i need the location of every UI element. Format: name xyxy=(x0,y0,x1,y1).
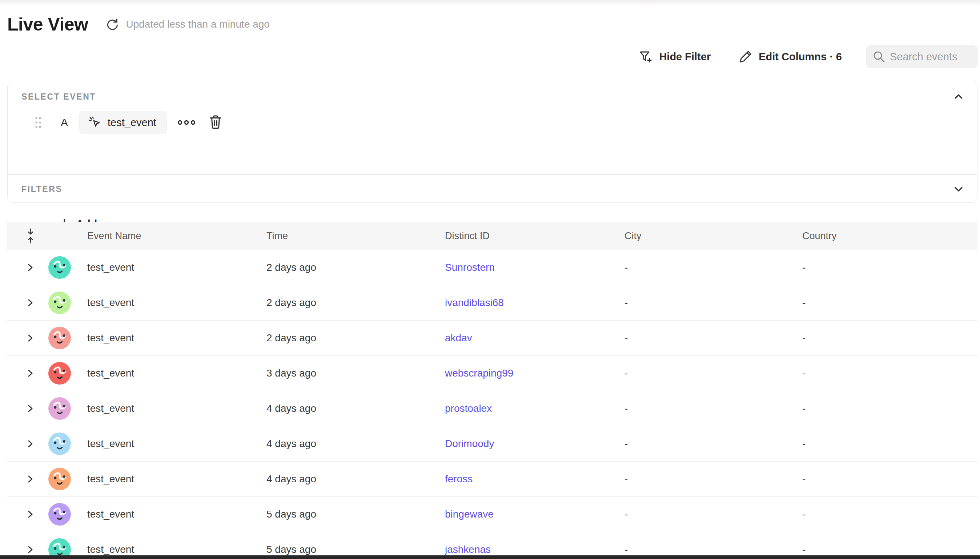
column-header-time: Time xyxy=(266,230,445,242)
table-row[interactable]: test_event 4 days ago prostoalex - - xyxy=(7,391,977,426)
row-expand-button[interactable] xyxy=(25,545,35,554)
chevron-right-icon xyxy=(25,263,35,272)
distinct-id-link[interactable]: Dorimoody xyxy=(445,438,494,449)
expand-filters-button[interactable] xyxy=(952,184,965,194)
table-row[interactable]: test_event 2 days ago ivandiblasi68 - - xyxy=(7,285,977,321)
distinct-id-link[interactable]: bingewave xyxy=(445,508,494,520)
chevron-right-icon xyxy=(25,333,35,343)
distinct-id-link[interactable]: jashkenas xyxy=(445,544,491,555)
filters-label: FILTERS xyxy=(21,184,62,194)
table-row[interactable]: test_event 4 days ago Dorimoody - - xyxy=(7,426,977,461)
updated-timestamp: Updated less than a minute ago xyxy=(126,18,269,30)
cell-city: - xyxy=(625,262,802,273)
user-avatar xyxy=(48,327,71,349)
filter-plus-icon xyxy=(638,49,653,64)
cell-time: 3 days ago xyxy=(266,367,445,379)
cell-time: 5 days ago xyxy=(266,544,445,556)
distinct-id-link[interactable]: akdav xyxy=(445,332,472,344)
table-row[interactable]: test_event 5 days ago bingewave - - xyxy=(7,497,977,532)
chevron-up-icon xyxy=(952,91,965,102)
event-select-chip[interactable]: test_event xyxy=(79,111,167,134)
cell-event-name: test_event xyxy=(87,262,266,273)
cell-event-name: test_event xyxy=(87,473,266,485)
drag-handle-icon xyxy=(34,114,43,131)
row-expand-button[interactable] xyxy=(25,369,35,378)
pencil-icon xyxy=(738,50,753,64)
distinct-id-link[interactable]: webscraping99 xyxy=(445,367,513,379)
collapse-select-event-button[interactable] xyxy=(952,91,965,102)
cell-city: - xyxy=(625,438,802,450)
refresh-button[interactable] xyxy=(105,17,121,32)
row-expand-button[interactable] xyxy=(25,439,35,448)
window-bottom-edge xyxy=(0,556,980,559)
chevron-right-icon xyxy=(25,474,35,484)
cell-country: - xyxy=(802,473,977,485)
cell-city: - xyxy=(625,403,802,414)
page-header: Live View Updated less than a minute ago xyxy=(7,14,270,35)
table-header: Event Name Time Distinct ID City Country xyxy=(7,222,977,250)
row-expand-button[interactable] xyxy=(25,474,35,484)
column-header-city: City xyxy=(625,230,802,242)
cell-time: 5 days ago xyxy=(266,508,445,520)
row-expand-button[interactable] xyxy=(25,509,35,519)
hide-filter-button[interactable]: Hide Filter xyxy=(638,49,711,64)
panel-divider xyxy=(8,174,977,175)
cell-event-name: test_event xyxy=(87,367,266,379)
column-header-event-name: Event Name xyxy=(87,230,266,242)
event-more-options-button[interactable] xyxy=(177,119,196,126)
chevron-right-icon xyxy=(25,404,35,413)
chevron-right-icon xyxy=(25,545,35,554)
cell-country: - xyxy=(802,262,977,273)
user-avatar xyxy=(48,256,71,279)
table-row[interactable]: test_event 2 days ago akdav - - xyxy=(7,321,977,356)
column-header-distinct-id: Distinct ID xyxy=(445,230,625,242)
table-row[interactable]: test_event 2 days ago Sunrostern - - xyxy=(7,250,977,285)
drag-handle[interactable] xyxy=(34,114,43,131)
cell-time: 4 days ago xyxy=(266,438,445,450)
row-expand-button[interactable] xyxy=(25,298,35,308)
table-row[interactable]: test_event 5 days ago jashkenas - - xyxy=(7,532,977,559)
cursor-click-icon xyxy=(88,115,102,130)
user-avatar xyxy=(48,397,71,420)
distinct-id-link[interactable]: prostoalex xyxy=(445,403,492,414)
search-box xyxy=(866,45,978,68)
select-event-label: SELECT EVENT xyxy=(21,92,96,102)
edit-columns-label: Edit Columns · 6 xyxy=(759,51,842,63)
cell-event-name: test_event xyxy=(87,332,266,344)
selected-event-name: test_event xyxy=(107,117,156,129)
kebab-menu-icon xyxy=(177,119,196,126)
toolbar: Hide Filter Edit Columns · 6 xyxy=(638,45,978,68)
events-table: Event Name Time Distinct ID City Country xyxy=(7,222,977,559)
cell-city: - xyxy=(625,332,802,344)
collapse-all-rows-button[interactable] xyxy=(25,228,36,244)
event-step-row: A test_event xyxy=(29,111,223,134)
table-row[interactable]: test_event 4 days ago feross - - xyxy=(7,461,977,497)
distinct-id-link[interactable]: feross xyxy=(445,473,473,485)
row-expand-button[interactable] xyxy=(25,404,35,413)
query-builder-panel: SELECT EVENT A xyxy=(7,81,977,203)
distinct-id-link[interactable]: ivandiblasi68 xyxy=(445,297,504,308)
hide-filter-label: Hide Filter xyxy=(659,51,711,63)
collapse-rows-icon xyxy=(25,228,36,244)
cell-city: - xyxy=(625,544,802,556)
cell-time: 2 days ago xyxy=(266,297,445,309)
row-expand-button[interactable] xyxy=(25,263,35,272)
user-avatar xyxy=(48,503,71,526)
cell-country: - xyxy=(802,367,977,379)
cell-time: 2 days ago xyxy=(266,262,445,273)
cell-city: - xyxy=(625,367,802,379)
cell-country: - xyxy=(802,403,977,414)
event-step-letter: A xyxy=(61,116,68,129)
distinct-id-link[interactable]: Sunrostern xyxy=(445,262,495,273)
cell-country: - xyxy=(802,332,977,344)
cell-time: 2 days ago xyxy=(266,332,445,344)
chevron-down-icon xyxy=(952,184,965,194)
page-title: Live View xyxy=(7,14,88,35)
cell-country: - xyxy=(802,508,977,520)
edit-columns-button[interactable]: Edit Columns · 6 xyxy=(738,50,842,64)
window-top-edge xyxy=(0,0,980,5)
event-delete-button[interactable] xyxy=(209,115,223,130)
row-expand-button[interactable] xyxy=(25,333,35,343)
table-row[interactable]: test_event 3 days ago webscraping99 - - xyxy=(7,356,977,391)
user-avatar xyxy=(48,362,71,385)
